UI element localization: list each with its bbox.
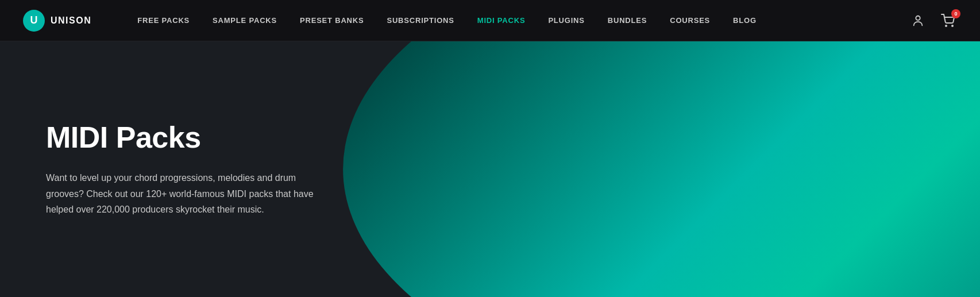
navbar-actions: 0 — [909, 11, 957, 30]
svg-point-0 — [916, 16, 920, 20]
svg-point-2 — [952, 25, 953, 26]
hero-description: Want to level up your chord progressions… — [46, 170, 322, 217]
nav-menu: FREE PACKSSAMPLE PACKSPRESET BANKSSUBSCR… — [126, 0, 909, 41]
nav-item-preset-banks[interactable]: PRESET BANKS — [288, 0, 375, 41]
hero-content: MIDI Packs Want to level up your chord p… — [0, 75, 368, 263]
hero-section: MIDI Packs Want to level up your chord p… — [0, 41, 980, 297]
nav-item-courses[interactable]: COURSES — [658, 0, 722, 41]
svg-point-1 — [946, 25, 947, 26]
brand-name: UNISON — [51, 16, 91, 26]
nav-item-subscriptions[interactable]: SUBSCRIPTIONS — [375, 0, 465, 41]
account-icon[interactable] — [909, 11, 927, 30]
navbar: U UNISON FREE PACKSSAMPLE PACKSPRESET BA… — [0, 0, 980, 41]
logo-letter: U — [30, 14, 38, 26]
nav-item-blog[interactable]: BLOG — [722, 0, 768, 41]
nav-item-midi-packs[interactable]: MIDI PACKS — [466, 0, 537, 41]
logo-icon: U — [23, 10, 45, 32]
nav-item-free-packs[interactable]: FREE PACKS — [126, 0, 201, 41]
hero-background — [343, 41, 980, 297]
nav-item-plugins[interactable]: PLUGINS — [537, 0, 596, 41]
page-title: MIDI Packs — [46, 121, 322, 154]
logo-link[interactable]: U UNISON — [23, 10, 91, 32]
cart-badge: 0 — [951, 9, 960, 18]
cart-icon[interactable]: 0 — [939, 11, 957, 30]
nav-item-sample-packs[interactable]: SAMPLE PACKS — [201, 0, 288, 41]
nav-item-bundles[interactable]: BUNDLES — [596, 0, 658, 41]
